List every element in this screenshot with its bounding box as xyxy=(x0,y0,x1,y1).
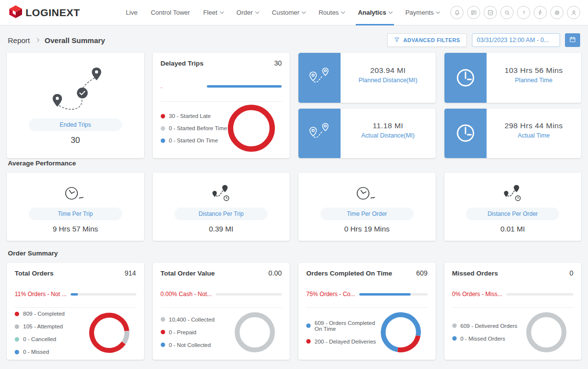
card-count: 0 xyxy=(569,269,573,277)
legend-item: 0 - Started Before Time xyxy=(161,125,227,131)
distance-per-trip-label: Distance Per Trip xyxy=(174,208,268,220)
card-title: Missed Orders xyxy=(452,270,498,277)
nav-live[interactable]: Live xyxy=(126,0,138,25)
clock-icon xyxy=(444,53,487,103)
card-title: Total Order Value xyxy=(161,270,215,277)
pins-route-clock-icon xyxy=(210,181,232,203)
distance-per-trip-card: Distance Per Trip 0.39 MI xyxy=(153,173,290,241)
average-performance-title: Average Performance xyxy=(8,160,580,167)
planned-time-card: 103 Hrs 56 Mins Planned Time xyxy=(444,53,582,103)
loginext-logo-icon xyxy=(8,4,24,22)
distance-stats-column: 203.94 MI Planned Distance(MI) 11.18 MI … xyxy=(298,53,436,158)
chevron-down-icon xyxy=(255,9,259,13)
order-summary-row: Total Orders 914 11% Orders - Not ... 80… xyxy=(7,263,581,360)
nav-order[interactable]: Order xyxy=(237,0,259,25)
average-performance-row: Time Per Trip 9 Hrs 57 Mins Distance Per… xyxy=(7,173,581,241)
card-title: Orders Completed On Time xyxy=(306,270,392,277)
trip-route-illustration-icon xyxy=(39,66,112,118)
legend-dot xyxy=(15,312,19,316)
bell-icon xyxy=(454,9,461,16)
svg-text:?: ? xyxy=(522,10,525,15)
distance-per-trip-value: 0.39 MI xyxy=(209,225,233,233)
delayed-trips-bar-label: . xyxy=(161,83,203,90)
legend-item: 30 - Started Late xyxy=(161,113,227,119)
legend-dot xyxy=(452,323,457,328)
calendar-button[interactable] xyxy=(565,33,580,47)
legend-dot xyxy=(306,339,311,344)
missed-orders-donut-chart xyxy=(526,312,566,352)
header-icon-buttons: ? xyxy=(450,6,580,19)
chevron-down-icon xyxy=(389,9,392,13)
time-per-order-label: Time Per Order xyxy=(320,208,414,220)
report-content: Ended Trips 30 Delayed Trips 30 . 30 - S… xyxy=(0,53,588,369)
nav-routes[interactable]: Routes xyxy=(318,0,344,25)
card-legend: 609 - Delivered Orders 0 - Missed Orders xyxy=(452,323,517,342)
settings-button[interactable] xyxy=(550,6,564,19)
time-per-order-value: 0 Hrs 19 Mins xyxy=(344,225,390,233)
legend-dot xyxy=(15,337,19,342)
actual-time-value: 298 Hrs 44 Mins xyxy=(505,121,563,130)
clock-squiggle-icon xyxy=(63,181,88,203)
legend-dot xyxy=(306,323,311,328)
help-button[interactable]: ? xyxy=(517,6,530,19)
breadcrumb-current: Overall Summary xyxy=(45,36,105,45)
messages-button[interactable] xyxy=(467,6,480,19)
chevron-down-icon xyxy=(302,9,306,13)
planned-time-value: 103 Hrs 56 Mins xyxy=(505,66,563,75)
legend-item: 0 - Prepaid xyxy=(161,329,215,335)
nav-fleet[interactable]: Fleet xyxy=(203,0,223,25)
time-per-order-card: Time Per Order 0 Hrs 19 Mins xyxy=(298,173,436,241)
notifications-button[interactable] xyxy=(450,6,464,19)
order-summary-title: Order Summary xyxy=(8,250,580,257)
actual-distance-value: 11.18 MI xyxy=(373,121,403,130)
logo-text: LOGINEXT xyxy=(25,7,80,19)
legend-dot xyxy=(161,343,165,347)
ended-trips-card: Ended Trips 30 xyxy=(7,53,144,158)
time-per-trip-label: Time Per Trip xyxy=(29,208,122,220)
legend-item: 10,400 - Collected xyxy=(161,317,215,323)
legend-dot xyxy=(161,126,165,131)
nav-customer[interactable]: Customer xyxy=(272,0,305,25)
time-per-trip-value: 9 Hrs 57 Mins xyxy=(52,225,98,233)
search-button[interactable] xyxy=(500,6,514,19)
tasks-button[interactable] xyxy=(484,6,497,19)
legend-item: 200 - Delayed Deliveries xyxy=(306,339,381,345)
legend-item: 0 - Started On Time xyxy=(161,138,227,143)
loginext-logo[interactable]: LOGINEXT xyxy=(8,4,111,22)
actual-time-label: Actual Time xyxy=(518,132,550,139)
legend-dot xyxy=(452,336,457,341)
toolbar: Report Overall Summary ADVANCED FILTERS … xyxy=(0,25,588,53)
nav-control-tower[interactable]: Control Tower xyxy=(151,0,190,25)
distance-per-order-label: Distance Per Order xyxy=(466,208,559,220)
gear-icon xyxy=(554,9,561,16)
card-progress-bar xyxy=(71,293,136,296)
legend-dot xyxy=(15,350,19,354)
orders-completed-on-time-card: Orders Completed On Time 609 75% Orders … xyxy=(298,263,436,360)
legend-item: 105 - Attempted xyxy=(15,323,65,329)
distance-per-order-value: 0.01 MI xyxy=(500,225,525,233)
breadcrumb-chevron-icon xyxy=(35,38,39,42)
shortcuts-button[interactable] xyxy=(534,6,547,19)
card-progress-bar xyxy=(506,293,573,296)
check-square-icon xyxy=(487,9,494,16)
legend-dot xyxy=(161,330,165,334)
chat-icon xyxy=(470,9,477,16)
delayed-trips-title: Delayed Trips xyxy=(161,60,204,67)
chevron-down-icon xyxy=(220,9,223,13)
legend-item: 0 - Missed Orders xyxy=(452,336,517,342)
route-pins-icon xyxy=(298,53,341,103)
card-count: 609 xyxy=(416,269,427,277)
advanced-filters-button[interactable]: ADVANCED FILTERS xyxy=(387,33,467,47)
question-mark-icon: ? xyxy=(520,9,527,16)
breadcrumb-section[interactable]: Report xyxy=(8,36,30,45)
clock-squiggle-icon xyxy=(354,181,380,203)
legend-dot xyxy=(15,324,19,329)
date-range-input[interactable]: 03/31/2023 12:00 AM - 0... xyxy=(472,33,560,47)
search-icon xyxy=(504,9,511,16)
profile-button[interactable] xyxy=(567,6,580,19)
nav-payments[interactable]: Payments xyxy=(405,0,440,25)
chevron-down-icon xyxy=(341,9,345,13)
legend-item: 0 - Missed xyxy=(15,349,65,355)
nav-analytics[interactable]: Analytics xyxy=(358,0,392,25)
delayed-trips-count: 30 xyxy=(274,59,282,67)
